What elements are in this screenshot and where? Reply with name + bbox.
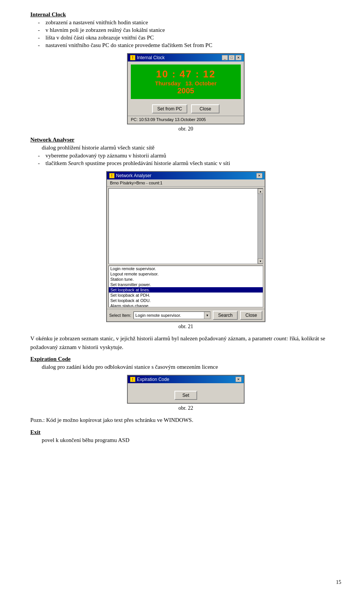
- network-bottom: Select Item: Login remote supervisor. ▼ …: [107, 309, 265, 321]
- network-analyser-dialog: ! Network Analyser ✕ Brno Písárky>Brno -…: [106, 171, 265, 322]
- dialog-controls[interactable]: _ □ ✕: [222, 55, 242, 60]
- close-button[interactable]: Close: [191, 104, 220, 113]
- scroll-up-button[interactable]: ▲: [258, 189, 263, 194]
- internal-clock-figure: ! Internal Clock _ □ ✕ 10 : 47 : 12 Thur…: [30, 53, 341, 132]
- internal-clock-title: Internal Clock: [30, 11, 341, 18]
- select-item-label: Select Item:: [109, 313, 131, 318]
- warning-icon: !: [109, 173, 115, 178]
- warning-icon: !: [130, 377, 135, 382]
- network-dialog-title: Network Analyser: [116, 173, 151, 178]
- close-button[interactable]: Close: [240, 311, 262, 320]
- internal-clock-bullets: zobrazení a nastavení vnitřních hodin st…: [38, 19, 341, 49]
- network-analyser-section: Network Analyser dialog prohlížení histo…: [30, 137, 341, 351]
- exit-section: Exit povel k ukončení běhu programu ASD: [30, 429, 341, 444]
- network-bullet-1: vybereme požadovaný typ záznamu v histor…: [38, 153, 341, 159]
- set-from-pc-button[interactable]: Set from PC: [152, 104, 187, 113]
- expiration-note: Pozn.: Kód je možno kopírovat jako text …: [30, 416, 341, 425]
- bullet-3: lišta v dolní části okna zobrazuje vnitř…: [38, 35, 341, 41]
- network-dialog-titlebar: ! Network Analyser ✕: [107, 172, 265, 179]
- page-content: Internal Clock zobrazení a nastavení vni…: [30, 11, 341, 444]
- clock-display: 10 : 47 : 12 Thursday 13. October 2005: [131, 64, 241, 99]
- figure-caption-20: obr. 20: [179, 126, 193, 132]
- network-analyser-figure: ! Network Analyser ✕ Brno Písárky>Brno -…: [30, 171, 341, 330]
- search-button[interactable]: Search: [213, 311, 238, 320]
- expiration-dialog-titlebar: ! Expiration Code ✕: [128, 376, 244, 383]
- minimize-button[interactable]: _: [222, 55, 228, 60]
- expiration-code-dialog: ! Expiration Code ✕ Set: [127, 375, 245, 404]
- close-icon[interactable]: ✕: [256, 173, 262, 178]
- alarm-list-box: Login remote supervisor. Logout remote s…: [108, 266, 263, 307]
- scroll-down-button[interactable]: ▼: [258, 258, 263, 264]
- network-path: Brno Písárky>Brno - count:1: [107, 179, 265, 187]
- bullet-2: v hlavním poli je zobrazen reálný čas lo…: [38, 27, 341, 33]
- set-button[interactable]: Set: [174, 391, 197, 400]
- expiration-code-title: Expiration Code: [30, 356, 341, 362]
- network-analyser-bullets: vybereme požadovaný typ záznamu v histor…: [38, 153, 341, 167]
- alarm-item-1[interactable]: Logout remote supervisor.: [109, 271, 263, 277]
- expiration-dialog-controls[interactable]: ✕: [235, 377, 242, 382]
- scrollbar-track: [258, 194, 263, 258]
- dialog-titlebar: ! Internal Clock _ □ ✕: [128, 54, 244, 61]
- dialog-buttons: Set from PC Close: [128, 102, 244, 116]
- select-dropdown[interactable]: Login remote supervisor. ▼: [133, 311, 210, 319]
- dropdown-arrow-icon[interactable]: ▼: [204, 312, 210, 319]
- network-bullet-2: tlačítkem Search spustíme proces prohled…: [38, 160, 341, 167]
- internal-clock-dialog: ! Internal Clock _ □ ✕ 10 : 47 : 12 Thur…: [127, 53, 245, 124]
- expiration-body: Set: [128, 383, 244, 403]
- figure-caption-21: obr. 21: [179, 324, 193, 330]
- expiration-description: dialog pro zadání kódu pro odblokování s…: [42, 364, 218, 370]
- close-icon[interactable]: ✕: [235, 377, 242, 382]
- bullet-4: nastavení vnitřního času PC do stanice p…: [38, 42, 341, 49]
- alarm-item-7[interactable]: Alarm status change.: [109, 303, 263, 307]
- alarm-item-0[interactable]: Login remote supervisor.: [109, 266, 263, 271]
- alarm-item-3[interactable]: Set transmitter power.: [109, 282, 263, 287]
- clock-time: 10 : 47 : 12: [135, 68, 237, 80]
- network-analyser-title: Network Analyser: [30, 137, 341, 143]
- dialog-title: Internal Clock: [137, 55, 165, 60]
- figure-caption-22: obr. 22: [179, 405, 193, 411]
- internal-clock-section: Internal Clock zobrazení a nastavení vni…: [30, 11, 341, 132]
- scrollbar[interactable]: ▲ ▼: [257, 189, 263, 264]
- expiration-code-figure: ! Expiration Code ✕ Set obr. 22: [30, 375, 341, 411]
- network-body-text: V okénku je zobrazen seznam stanic, v je…: [30, 334, 341, 351]
- alarm-item-4[interactable]: Set loopback at lines.: [109, 287, 263, 293]
- network-description: dialog prohlížení historie alarmů všech …: [42, 145, 154, 151]
- alarm-item-6[interactable]: Set loopback at ODU.: [109, 298, 263, 303]
- clock-pc-info: PC: 10:53:09 Thursday 13.October 2005: [128, 116, 244, 124]
- close-icon[interactable]: ✕: [235, 55, 242, 60]
- alarm-item-5[interactable]: Set loopback at PDH.: [109, 293, 263, 298]
- warning-icon: !: [130, 55, 135, 60]
- network-main-area: ▲ ▼: [108, 188, 263, 264]
- bullet-1: zobrazení a nastavení vnitřních hodin st…: [38, 19, 341, 26]
- expiration-dialog-title: Expiration Code: [137, 377, 169, 382]
- exit-title: Exit: [30, 429, 341, 436]
- exit-description: povel k ukončení běhu programu ASD: [42, 437, 129, 443]
- network-dialog-controls[interactable]: ✕: [256, 173, 262, 178]
- expiration-code-section: Expiration Code dialog pro zadání kódu p…: [30, 356, 341, 425]
- alarm-item-2[interactable]: Station tune.: [109, 277, 263, 282]
- clock-year: 2005: [135, 87, 237, 95]
- clock-date: Thursday 13. October: [135, 80, 237, 87]
- maximize-button[interactable]: □: [229, 55, 235, 60]
